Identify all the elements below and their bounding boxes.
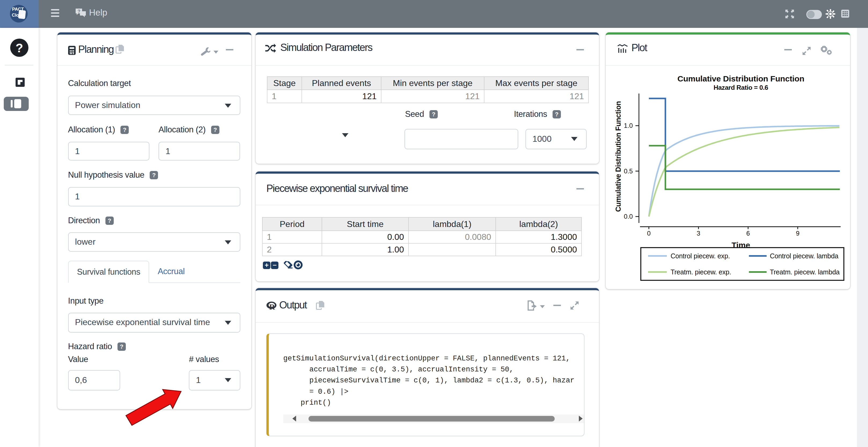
svg-text:Treatm. piecew. lambda: Treatm. piecew. lambda	[770, 268, 840, 276]
svg-text:1.0: 1.0	[624, 122, 633, 129]
svg-text:0: 0	[647, 230, 650, 237]
svg-text:Treatm. piecew. exp.: Treatm. piecew. exp.	[671, 268, 731, 276]
svg-text:R: R	[269, 303, 275, 310]
svg-text:?: ?	[78, 9, 80, 14]
svg-text:Hazard Ratio = 0.6: Hazard Ratio = 0.6	[713, 84, 768, 91]
svg-text:0.0: 0.0	[624, 213, 633, 220]
svg-text:3: 3	[696, 230, 700, 237]
svg-text:Cumulative Distribution Functi: Cumulative Distribution Function	[677, 74, 804, 83]
svg-text:9: 9	[796, 230, 799, 237]
svg-text:0.5: 0.5	[624, 168, 633, 175]
svg-text:6: 6	[746, 230, 750, 237]
svg-text:Control piecew. lambda: Control piecew. lambda	[770, 252, 838, 260]
svg-text:Control piecew. exp.: Control piecew. exp.	[671, 252, 730, 260]
svg-text:Cumulative Distribution Functi: Cumulative Distribution Function	[614, 101, 622, 212]
